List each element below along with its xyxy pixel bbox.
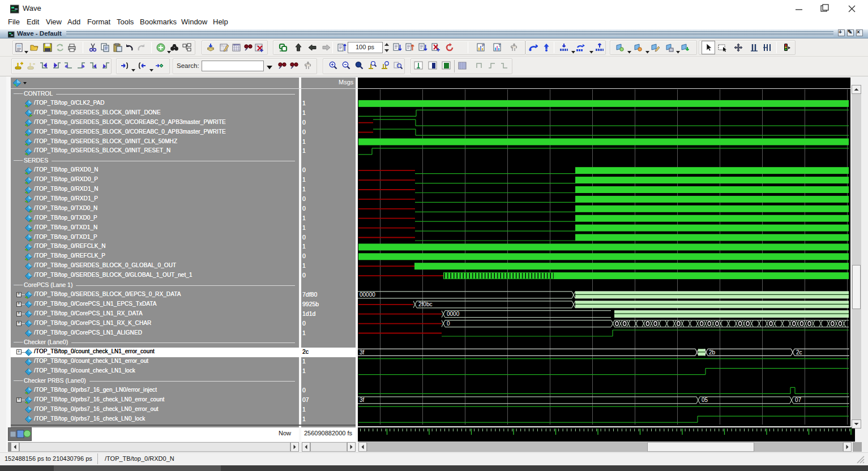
- svg-text:0: 0: [447, 320, 450, 327]
- svg-text:00000: 00000: [360, 292, 375, 298]
- svg-text:2c: 2c: [796, 349, 802, 356]
- svg-text:05: 05: [702, 397, 708, 403]
- svg-text:2f0bc: 2f0bc: [418, 301, 432, 307]
- svg-text:0000: 0000: [447, 311, 460, 317]
- svg-text:3f: 3f: [360, 349, 365, 356]
- svg-text:07: 07: [795, 397, 802, 403]
- svg-text:3f: 3f: [360, 397, 365, 403]
- svg-text:2b: 2b: [709, 349, 716, 356]
- svg-text:P: P: [482, 44, 485, 48]
- svg-text:T: T: [498, 44, 501, 48]
